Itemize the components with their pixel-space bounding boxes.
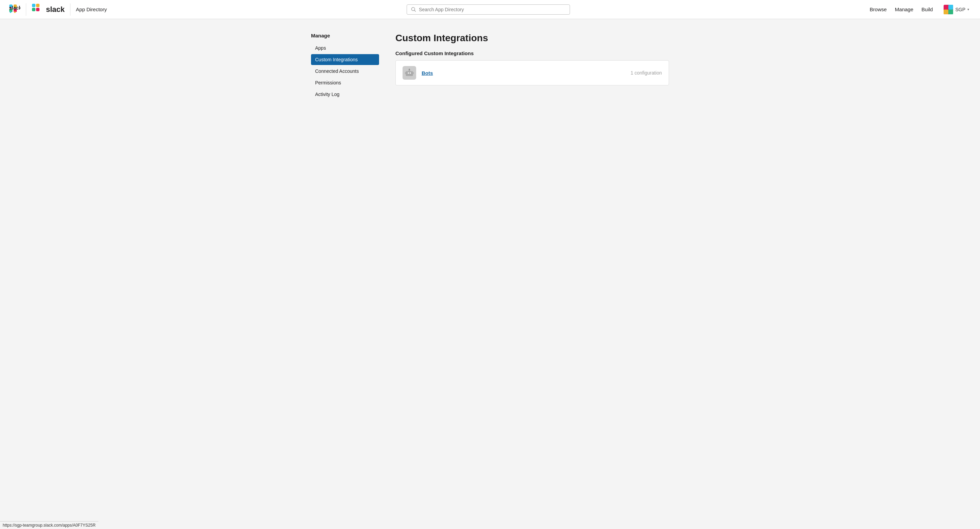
integration-card: Bots 1 configuration bbox=[395, 60, 669, 86]
svg-rect-6 bbox=[14, 11, 16, 13]
logo-text: slack bbox=[46, 5, 65, 14]
sidebar-item-activity-log[interactable]: Activity Log bbox=[311, 89, 379, 100]
manage-link[interactable]: Manage bbox=[895, 6, 913, 12]
svg-rect-24 bbox=[405, 72, 406, 74]
svg-rect-16 bbox=[943, 10, 948, 14]
sidebar-item-custom-integrations[interactable]: Custom Integrations bbox=[311, 54, 379, 65]
avatar bbox=[943, 5, 953, 14]
sidebar-item-permissions[interactable]: Permissions bbox=[311, 77, 379, 88]
status-url: https://sgp-teamgroup.slack.com/apps/A0F… bbox=[3, 523, 95, 527]
app-directory-header-label: App Directory bbox=[76, 6, 107, 12]
header-nav: Browse Manage Build SGP ▾ bbox=[870, 3, 972, 16]
svg-rect-9 bbox=[32, 4, 35, 7]
integration-count: 1 configuration bbox=[630, 70, 662, 76]
sidebar-item-connected-accounts[interactable]: Connected Accounts bbox=[311, 66, 379, 76]
search-input[interactable] bbox=[419, 7, 566, 12]
slack-logo-icon: slack bbox=[8, 3, 21, 16]
svg-rect-17 bbox=[948, 5, 953, 10]
page-title: Custom Integrations bbox=[395, 33, 669, 43]
main-wrapper: Manage Apps Custom Integrations Connecte… bbox=[0, 19, 980, 529]
svg-rect-20 bbox=[408, 73, 409, 74]
svg-rect-10 bbox=[36, 4, 40, 7]
svg-rect-21 bbox=[410, 73, 411, 74]
svg-rect-19 bbox=[406, 71, 413, 76]
sidebar-heading: Manage bbox=[311, 33, 379, 38]
slack-logo-icon bbox=[32, 3, 44, 16]
svg-rect-18 bbox=[948, 10, 953, 14]
section-heading: Configured Custom Integrations bbox=[395, 50, 669, 56]
sidebar-item-apps[interactable]: Apps bbox=[311, 43, 379, 53]
search-container bbox=[107, 5, 870, 14]
status-bar: https://sgp-teamgroup.slack.com/apps/A0F… bbox=[0, 521, 98, 529]
integration-name[interactable]: Bots bbox=[422, 70, 625, 76]
chevron-down-icon: ▾ bbox=[967, 8, 969, 11]
svg-rect-4 bbox=[10, 11, 11, 13]
user-badge[interactable]: SGP ▾ bbox=[941, 3, 972, 16]
svg-text:slack: slack bbox=[9, 5, 21, 11]
build-link[interactable]: Build bbox=[921, 6, 933, 12]
site-logo[interactable]: slack bbox=[8, 3, 26, 16]
svg-line-14 bbox=[414, 10, 415, 11]
user-name: SGP bbox=[955, 7, 966, 12]
sidebar: Manage Apps Custom Integrations Connecte… bbox=[311, 33, 379, 100]
browse-link[interactable]: Browse bbox=[870, 6, 887, 12]
search-box[interactable] bbox=[407, 5, 570, 14]
svg-rect-25 bbox=[413, 72, 414, 74]
svg-point-23 bbox=[409, 69, 410, 70]
header: slack slack App Directory Browse Man bbox=[0, 0, 980, 19]
page-content: Custom Integrations Configured Custom In… bbox=[395, 33, 669, 100]
svg-rect-11 bbox=[32, 8, 35, 11]
svg-rect-12 bbox=[36, 8, 40, 11]
search-icon bbox=[411, 7, 416, 12]
content-area: Manage Apps Custom Integrations Connecte… bbox=[303, 19, 677, 114]
bot-icon bbox=[402, 66, 416, 80]
